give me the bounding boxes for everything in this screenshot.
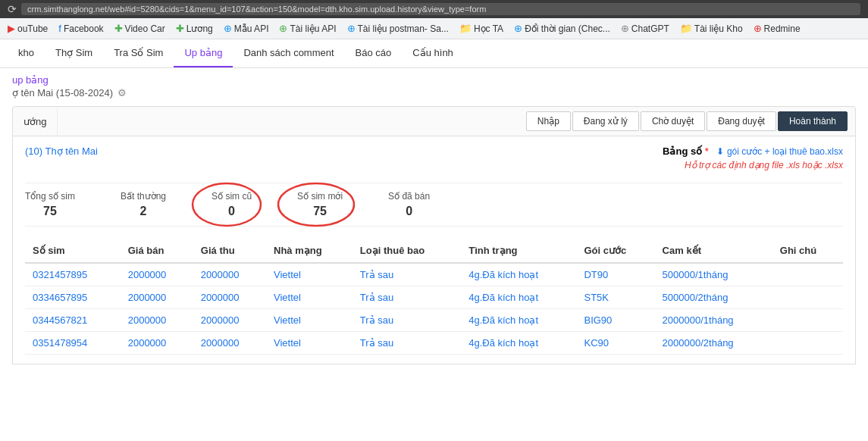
stat-so-da-ban: Số đã bán 0 [388, 191, 430, 218]
nav-tho-sim[interactable]: Thợ Sim [45, 39, 103, 67]
bookmark-tai-lieu-kho-label: Tài liệu Kho [694, 23, 743, 34]
stat-bat-thuong: Bất thường 2 [121, 191, 166, 218]
bookmark-doi-thoi-gian-label: Đổi thời gian (Chec... [525, 23, 610, 34]
browser-icon: ⟳ [8, 3, 17, 15]
doi-thoi-gian-icon: ⊕ [514, 23, 522, 34]
table-row[interactable]: 032145789520000002000000ViettelTrả sau4g… [25, 263, 843, 286]
nav-tra-so-sim[interactable]: Tra Số Sim [103, 39, 174, 67]
bangso-area: Bảng số * ⬇ gói cước + loại thuê bao.xls… [663, 145, 843, 170]
redmine-icon: ⊕ [754, 23, 762, 34]
table-row[interactable]: 035147895420000002000000ViettelTrả sau4g… [25, 332, 843, 355]
file-support-text: Hỗ trợ các định dạng file .xls hoặc .xls… [663, 159, 843, 170]
sim-table: Số sim Giá bán Giá thu Nhà mạng Loại thu… [25, 239, 843, 355]
bangso-label: Bảng số * [663, 145, 709, 157]
table-body: 032145789520000002000000ViettelTrả sau4g… [25, 263, 843, 355]
bookmark-luong[interactable]: ✚ Lương [171, 21, 218, 36]
bookmark-redmine[interactable]: ⊕ Redmine [749, 21, 805, 36]
download-icon: ⬇ [716, 146, 724, 157]
bookmark-doi-thoi-gian[interactable]: ⊕ Đổi thời gian (Chec... [509, 21, 615, 36]
col-header-tinh-trang: Tình trạng [461, 239, 576, 263]
bookmark-youtube-label: ouTube [17, 23, 48, 34]
breadcrumb[interactable]: up bảng [12, 74, 856, 86]
bookmark-hoc-ta-label: Học TA [474, 23, 503, 34]
bookmark-mauapi-label: Mẫu API [234, 23, 269, 34]
facebook-icon: f [58, 23, 61, 34]
tab-dang-xu-ly[interactable]: Đang xử lý [572, 111, 639, 131]
stat-tong-so-sim: Tổng số sim 75 [25, 191, 75, 218]
col-header-gia-ban: Giá bán [121, 239, 193, 263]
bookmark-hoc-ta[interactable]: 📁 Học TA [455, 21, 508, 36]
form-section: (10) Thợ tên Mai Bảng số * ⬇ gói cước + … [12, 136, 856, 364]
mauapi-icon: ⊕ [224, 23, 232, 34]
nav-up-bang[interactable]: Up bảng [174, 39, 233, 67]
bookmark-luong-label: Lương [186, 23, 213, 34]
table-header-row: Số sim Giá bán Giá thu Nhà mạng Loại thu… [25, 239, 843, 263]
page-subtitle-text: ợ tên Mai (15-08-2024) [12, 87, 113, 99]
luong-icon: ✚ [176, 23, 184, 34]
worker-info: (10) Thợ tên Mai [25, 145, 98, 157]
bookmark-tai-lieu-kho[interactable]: 📁 Tài liệu Kho [675, 21, 747, 36]
status-tabs: Nhập Đang xử lý Chờ duyệt Đang duyệt Hoà… [519, 107, 855, 136]
tab-cho-duyet[interactable]: Chờ duyệt [641, 111, 705, 131]
required-mark: * [705, 145, 709, 157]
bookmark-videocar[interactable]: ✚ Video Car [110, 21, 170, 36]
app-nav: kho Thợ Sim Tra Số Sim Up bảng Danh sách… [0, 39, 868, 68]
nav-bao-cao[interactable]: Báo cáo [345, 39, 403, 67]
tab-dang-duyet[interactable]: Đang duyệt [707, 111, 776, 131]
tailieu-postman-icon: ⊕ [347, 23, 356, 34]
bookmark-facebook-label: Facebook [64, 23, 104, 34]
bookmark-tailieu-postman[interactable]: ⊕ Tài liệu postman- Sa... [343, 21, 453, 36]
bookmark-redmine-label: Redmine [764, 23, 801, 34]
col-header-cam-ket: Cam kết [655, 239, 772, 263]
download-label: gói cước + loại thuê bao.xlsx [727, 146, 843, 157]
youtube-icon: ▶ [8, 23, 15, 34]
col-header-gia-thu: Giá thu [193, 239, 266, 263]
bookmark-chatgpt[interactable]: ⊕ ChatGPT [616, 21, 674, 36]
download-link[interactable]: ⬇ gói cước + loại thuê bao.xlsx [716, 146, 843, 157]
nav-kho[interactable]: kho [8, 39, 45, 67]
page-subtitle: ợ tên Mai (15-08-2024) ⚙ [12, 87, 856, 99]
bookmark-chatgpt-label: ChatGPT [631, 23, 669, 34]
bookmark-tailieu-api[interactable]: ⊕ Tài liệu API [274, 21, 340, 36]
browser-url[interactable]: crm.simthanglong.net/web#id=5280&cids=1&… [21, 3, 860, 15]
col-header-goi-cuoc: Gói cước [576, 239, 654, 263]
bookmark-tailieu-api-label: Tài liệu API [290, 23, 336, 34]
tab-nhap[interactable]: Nhập [526, 111, 571, 131]
settings-icon[interactable]: ⚙ [118, 87, 127, 99]
tai-lieu-kho-icon: 📁 [680, 23, 692, 34]
bookmark-facebook[interactable]: f Facebook [54, 21, 108, 36]
page-content: up bảng ợ tên Mai (15-08-2024) ⚙ ướng Nh… [0, 68, 868, 371]
hoc-ta-icon: 📁 [459, 23, 472, 34]
bookmark-tailieu-postman-label: Tài liệu postman- Sa... [358, 23, 449, 34]
stat-so-sim-moi: Số sim mới 75 [297, 191, 343, 218]
bookmark-youtube[interactable]: ▶ ouTube [3, 21, 52, 36]
table-row[interactable]: 034456782120000002000000ViettelTrả sau4g… [25, 309, 843, 332]
bookmarks-bar: ▶ ouTube f Facebook ✚ Video Car ✚ Lương … [0, 18, 868, 39]
col-header-nha-mang: Nhà mạng [266, 239, 353, 263]
table-row[interactable]: 033465789520000002000000ViettelTrả sau4g… [25, 286, 843, 309]
stats-row: Tổng số sim 75 Bất thường 2 Số sim cũ 0 … [25, 183, 843, 227]
bookmark-videocar-label: Video Car [125, 23, 165, 34]
stat-so-sim-cu: Số sim cũ 0 [212, 191, 252, 218]
bookmark-mauapi[interactable]: ⊕ Mẫu API [219, 21, 274, 36]
col-header-loai-thue-bao: Loại thuê bao [353, 239, 461, 263]
nav-danh-sach-comment[interactable]: Danh sách comment [233, 39, 344, 67]
worker-label: (10) Thợ tên Mai [25, 145, 98, 157]
tailieu-api-icon: ⊕ [279, 23, 287, 34]
tab-hoan-thanh[interactable]: Hoàn thành [778, 111, 848, 131]
nav-cau-hinh[interactable]: Cấu hình [402, 39, 464, 67]
browser-bar: ⟳ crm.simthanglong.net/web#id=5280&cids=… [0, 0, 868, 18]
videocar-icon: ✚ [114, 23, 123, 34]
table-wrapper: Số sim Giá bán Giá thu Nhà mạng Loại thu… [25, 239, 843, 355]
section-label: ướng [24, 116, 46, 127]
col-header-so-sim: Số sim [25, 239, 121, 263]
chatgpt-icon: ⊕ [621, 23, 629, 34]
col-header-ghi-chu: Ghi chú [772, 239, 843, 263]
